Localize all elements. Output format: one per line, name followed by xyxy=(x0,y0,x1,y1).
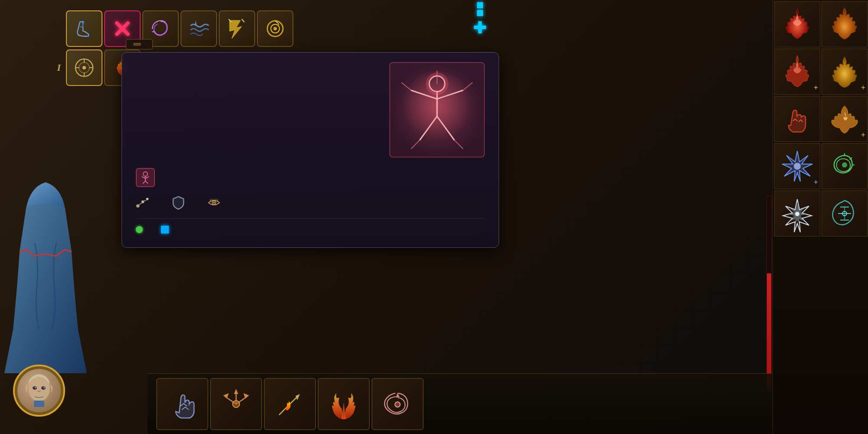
right-spell-slot-7[interactable]: + xyxy=(774,143,820,189)
svg-point-0 xyxy=(82,21,84,23)
spell-info-panel xyxy=(122,52,499,248)
spell-image-frame xyxy=(389,62,485,158)
svg-point-9 xyxy=(82,66,86,69)
svg-line-36 xyxy=(139,203,142,205)
svg-rect-50 xyxy=(34,401,44,407)
svg-point-46 xyxy=(33,386,37,390)
swirl-icon xyxy=(148,16,174,42)
bottom-action-bar xyxy=(148,373,773,434)
portrait-medallion[interactable] xyxy=(13,365,65,417)
spell-artwork xyxy=(389,62,485,158)
svg-point-49 xyxy=(44,387,45,388)
inspect-key xyxy=(133,43,141,46)
concentration-item xyxy=(207,196,225,210)
action-slot-4[interactable] xyxy=(318,378,370,430)
spell-glow xyxy=(390,63,484,157)
x-mark xyxy=(112,18,133,39)
hooded-figure xyxy=(0,174,100,382)
spell-slots-indicator xyxy=(474,2,486,33)
spell-row-ii xyxy=(43,9,293,49)
svg-point-61 xyxy=(233,401,240,408)
svg-point-35 xyxy=(146,198,149,201)
action-slot-2[interactable] xyxy=(210,378,262,430)
svg-point-51 xyxy=(794,163,801,170)
action-slot-3[interactable] xyxy=(264,378,316,430)
svg-point-47 xyxy=(41,386,46,390)
range-icon xyxy=(136,196,150,210)
action-slot-5[interactable] xyxy=(372,378,424,430)
save-item xyxy=(171,196,190,210)
right-spell-slot-9[interactable] xyxy=(774,191,820,237)
svg-marker-56 xyxy=(234,389,238,394)
spell-slot-circle-target[interactable] xyxy=(66,49,102,86)
right-sidebar: + + xyxy=(773,0,868,434)
right-spell-slot-3[interactable]: + xyxy=(774,49,820,95)
svg-line-42 xyxy=(217,199,218,201)
plus-badge-1: + xyxy=(814,83,818,92)
right-spell-slot-10[interactable] xyxy=(822,191,868,237)
boot-icon xyxy=(71,16,97,42)
spell-footer xyxy=(136,218,485,233)
spell-duration-stat xyxy=(136,168,485,187)
svg-line-31 xyxy=(143,181,145,184)
svg-point-53 xyxy=(795,212,799,216)
right-spell-slot-1[interactable] xyxy=(774,1,820,47)
ring-icon xyxy=(262,16,288,42)
concentration-icon xyxy=(207,196,221,210)
right-spell-slot-4[interactable]: + xyxy=(822,49,868,95)
svg-point-34 xyxy=(141,201,145,204)
spell-slot-lightning[interactable] xyxy=(219,10,255,47)
right-spell-slot-5[interactable] xyxy=(774,96,820,142)
inspect-tooltip xyxy=(126,39,153,49)
circle-target-icon xyxy=(71,55,97,81)
spell-slot-ring[interactable] xyxy=(257,10,293,47)
svg-point-48 xyxy=(35,387,36,388)
health-bar-fill xyxy=(767,273,771,390)
svg-line-43 xyxy=(212,199,212,201)
spell-slot-boot[interactable] xyxy=(66,10,102,47)
svg-point-33 xyxy=(136,204,140,208)
right-spell-slot-8[interactable] xyxy=(822,143,868,189)
plus-badge-3: + xyxy=(861,131,865,140)
svg-point-64 xyxy=(395,402,400,407)
wave-icon xyxy=(186,16,212,42)
slot-cost-item xyxy=(161,226,173,233)
plus-badge-2: + xyxy=(861,83,865,92)
health-bar xyxy=(766,195,772,391)
lightning-icon xyxy=(224,16,250,42)
right-spell-grid: + + xyxy=(773,0,868,238)
spell-slot-cross-icon xyxy=(474,21,486,33)
spell-slot-dot-2 xyxy=(477,10,483,16)
shield-icon xyxy=(171,196,185,210)
spell-slot-dot-1 xyxy=(477,2,483,8)
svg-point-52 xyxy=(842,162,847,168)
plus-badge-4: + xyxy=(814,178,818,187)
range-item xyxy=(136,196,154,210)
action-slot-1[interactable] xyxy=(156,378,208,430)
medallion-portrait xyxy=(17,369,61,412)
spell-header xyxy=(136,66,485,158)
action-dot xyxy=(136,226,143,233)
spell-slot-square xyxy=(161,226,169,233)
svg-line-40 xyxy=(210,199,211,201)
svg-line-3 xyxy=(242,19,244,22)
spell-row-i-label: I xyxy=(43,62,61,73)
cancel-icon xyxy=(109,16,135,42)
svg-point-27 xyxy=(143,172,148,176)
svg-line-37 xyxy=(144,200,146,201)
svg-point-39 xyxy=(213,202,215,204)
action-cost-item xyxy=(136,226,147,233)
svg-point-6 xyxy=(273,27,277,30)
svg-line-32 xyxy=(145,181,148,184)
spell-slot-wave[interactable] xyxy=(181,10,217,47)
right-spell-slot-2[interactable] xyxy=(822,1,868,47)
svg-line-44 xyxy=(216,199,216,201)
svg-marker-63 xyxy=(296,394,300,400)
right-spell-slot-6[interactable]: + xyxy=(822,96,868,142)
svg-marker-1 xyxy=(151,30,156,33)
spell-details-row xyxy=(136,196,485,210)
hold-person-mini-icon xyxy=(136,168,155,187)
